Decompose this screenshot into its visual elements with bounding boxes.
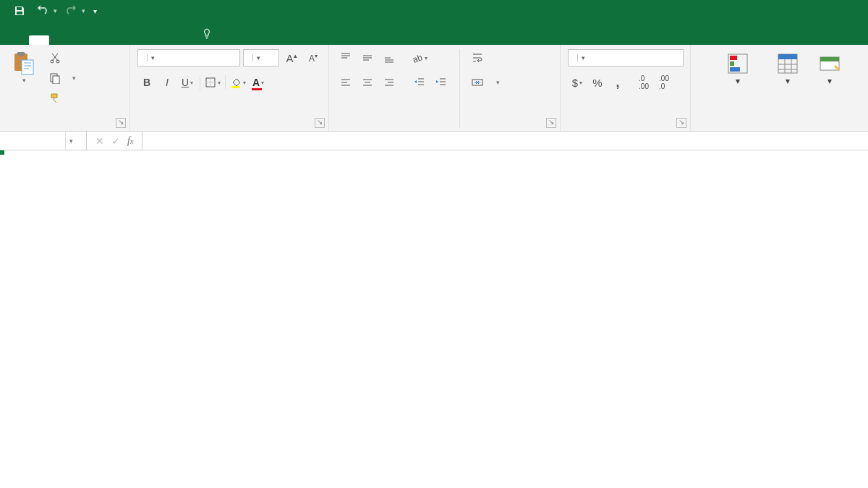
name-box-input[interactable] [0, 135, 65, 146]
borders-button[interactable]: ▾ [203, 74, 222, 91]
orientation-icon: ab [412, 52, 423, 64]
group-number: ▾ $▾ % , .0.00 .00.0 ↘ [561, 45, 691, 131]
clipboard-dialog-launcher[interactable]: ↘ [116, 118, 126, 128]
tab-review[interactable] [130, 35, 150, 45]
underline-button[interactable]: U▾ [178, 74, 197, 91]
number-format-dropdown[interactable]: ▾ [568, 49, 684, 67]
italic-button[interactable]: I [158, 74, 176, 91]
bold-button[interactable]: B [137, 74, 156, 91]
wrap-text-button[interactable] [469, 49, 503, 67]
tab-data[interactable] [110, 35, 130, 45]
copy-button[interactable]: ▾ [46, 69, 79, 87]
cell-styles-button[interactable]: ▾ [812, 49, 847, 87]
tab-file[interactable] [9, 35, 29, 45]
tell-me-button[interactable] [191, 24, 229, 45]
cell-styles-icon [818, 51, 841, 77]
format-as-table-icon [776, 51, 799, 77]
align-top-button[interactable] [336, 49, 355, 67]
fill-icon [230, 77, 242, 88]
group-alignment: ab▾ ▾ [329, 45, 561, 131]
svg-rect-18 [820, 57, 839, 61]
undo-button[interactable] [33, 1, 52, 20]
align-right-button[interactable] [380, 74, 399, 91]
align-center-button[interactable] [358, 74, 377, 91]
align-middle-button[interactable] [358, 49, 377, 67]
align-bottom-button[interactable] [380, 49, 399, 67]
wrap-text-icon [472, 52, 483, 64]
svg-rect-8 [231, 86, 240, 88]
ribbon: ▾ ▾ ↘ ▾ ▾ [0, 45, 868, 132]
orientation-button[interactable]: ab▾ [410, 49, 429, 67]
increase-font-button[interactable]: A▴ [282, 49, 301, 67]
paste-button[interactable]: ▾ [7, 49, 41, 84]
align-middle-icon [362, 52, 373, 64]
format-painter-icon [49, 93, 61, 104]
tab-help[interactable] [171, 35, 191, 45]
decrease-indent-button[interactable] [410, 74, 429, 91]
lightbulb-icon [201, 28, 213, 40]
formula-input[interactable] [142, 132, 868, 150]
name-box[interactable]: ▾ [0, 132, 87, 150]
worksheet-grid[interactable] [0, 150, 868, 488]
tab-insert[interactable] [49, 35, 69, 45]
formula-bar: ▾ ✕ ✓ fx [0, 132, 868, 150]
enter-formula-button[interactable]: ✓ [111, 135, 120, 147]
redo-dropdown-icon[interactable]: ▾ [82, 7, 85, 14]
format-as-table-button[interactable]: ▾ [766, 49, 809, 87]
svg-rect-13 [730, 61, 734, 66]
font-size-dropdown[interactable]: ▾ [243, 49, 279, 67]
font-name-dropdown[interactable]: ▾ [137, 49, 240, 67]
group-clipboard: ▾ ▾ ↘ [0, 45, 130, 131]
svg-rect-12 [730, 56, 737, 60]
font-color-button[interactable]: A▾ [249, 74, 268, 91]
accounting-format-button[interactable]: $▾ [568, 74, 587, 91]
comma-format-button[interactable]: , [608, 74, 627, 91]
align-center-icon [362, 77, 373, 88]
save-icon [14, 5, 25, 17]
format-painter-button[interactable] [46, 90, 79, 107]
tab-page-layout[interactable] [69, 35, 90, 45]
fill-color-button[interactable]: ▾ [229, 74, 247, 91]
name-box-dropdown[interactable]: ▾ [65, 132, 77, 150]
copy-icon [49, 72, 61, 84]
merge-center-button[interactable]: ▾ [469, 74, 503, 91]
customize-qat-button[interactable]: ▾ [90, 1, 100, 20]
increase-indent-button[interactable] [432, 74, 451, 91]
redo-icon [65, 5, 77, 17]
svg-rect-6 [53, 76, 59, 84]
group-styles: ▾ ▾ ▾ [691, 45, 868, 131]
tab-home[interactable] [29, 35, 49, 45]
increase-decimal-button[interactable]: .0.00 [634, 74, 653, 91]
svg-rect-1 [17, 52, 25, 56]
svg-rect-16 [778, 54, 797, 59]
percent-format-button[interactable]: % [588, 74, 607, 91]
cut-button[interactable] [46, 49, 79, 67]
conditional-formatting-button[interactable]: ▾ [712, 49, 763, 87]
number-dialog-launcher[interactable]: ↘ [676, 118, 686, 128]
alignment-dialog-launcher[interactable]: ↘ [546, 118, 556, 128]
tab-formulas[interactable] [90, 35, 110, 45]
svg-rect-14 [730, 67, 740, 72]
title-bar: ▾ ▾ ▾ [0, 0, 868, 22]
tab-view[interactable] [150, 35, 171, 45]
cancel-formula-button[interactable]: ✕ [95, 135, 104, 147]
save-button[interactable] [10, 1, 29, 20]
align-right-icon [383, 77, 395, 88]
increase-indent-icon [435, 77, 447, 88]
svg-text:ab: ab [412, 52, 423, 64]
redo-button[interactable] [61, 1, 80, 20]
group-font: ▾ ▾ A▴ A▾ B I U▾ ▾ ▾ A▾ [130, 45, 329, 131]
svg-rect-2 [22, 60, 33, 74]
align-top-icon [340, 52, 352, 64]
undo-dropdown-icon[interactable]: ▾ [54, 7, 57, 14]
insert-function-button[interactable]: fx [127, 135, 133, 147]
decrease-font-button[interactable]: A▾ [304, 49, 323, 67]
selection-outline [0, 150, 3, 153]
selection-handle[interactable] [0, 150, 4, 155]
decrease-decimal-button[interactable]: .00.0 [655, 74, 673, 91]
align-left-button[interactable] [336, 74, 355, 91]
cut-icon [49, 52, 61, 64]
border-icon [205, 77, 216, 88]
conditional-formatting-icon [726, 51, 749, 77]
font-dialog-launcher[interactable]: ↘ [315, 118, 325, 128]
